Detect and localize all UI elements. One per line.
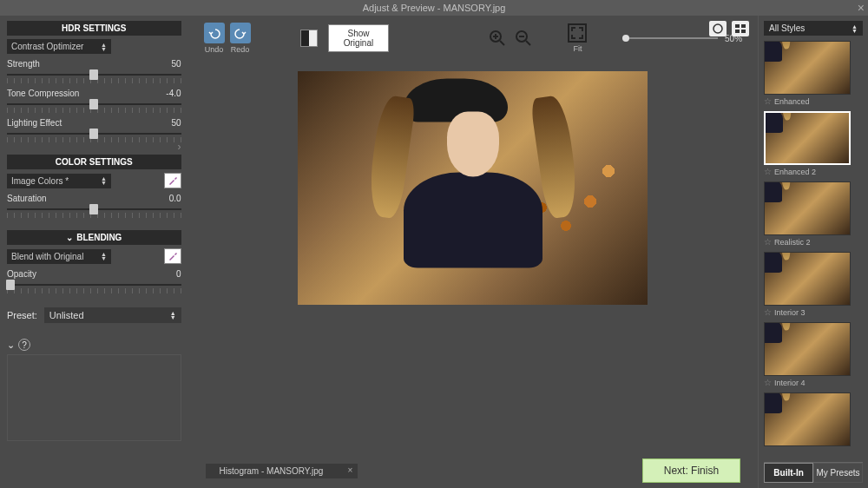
split-preview-toggle[interactable] xyxy=(300,30,318,47)
undo-button[interactable] xyxy=(204,23,225,43)
lighting-effect-slider[interactable]: Lighting Effect 50 xyxy=(7,118,181,142)
close-icon[interactable]: × xyxy=(347,465,352,475)
next-finish-button[interactable]: Next: Finish xyxy=(642,458,740,483)
settings-panel: HDR SETTINGS Contrast Optimizer ▲▼ Stren… xyxy=(0,16,188,488)
style-thumb[interactable]: ☆Interior 4 xyxy=(764,322,863,387)
star-icon[interactable]: ☆ xyxy=(764,96,772,106)
svg-rect-8 xyxy=(735,24,740,28)
hdr-section-header: HDR SETTINGS xyxy=(7,21,181,36)
styles-thumbnail-list[interactable]: ☆Enhanced☆Enhanced 2☆Realistic 2☆Interio… xyxy=(764,41,863,458)
preset-label: Preset: xyxy=(7,310,37,320)
chevron-right-icon[interactable]: › xyxy=(178,141,181,153)
svg-rect-10 xyxy=(735,30,740,33)
svg-line-5 xyxy=(526,41,530,45)
tone-compression-slider[interactable]: Tone Compression -4.0 xyxy=(7,89,181,113)
builtin-tab[interactable]: Built-In xyxy=(764,463,813,483)
styles-filter-dropdown[interactable]: All Styles ▲▼ xyxy=(764,21,863,36)
eyedropper-button[interactable] xyxy=(164,248,181,264)
zoom-out-button[interactable] xyxy=(514,29,533,48)
fit-button[interactable] xyxy=(568,23,587,43)
titlebar: Adjust & Preview - MANSORY.jpg × xyxy=(0,0,868,16)
chevron-updown-icon: ▲▼ xyxy=(101,252,107,260)
chevron-updown-icon: ▲▼ xyxy=(101,176,107,185)
eyedropper-button[interactable] xyxy=(164,173,181,188)
star-icon[interactable]: ☆ xyxy=(764,167,772,176)
star-icon[interactable]: ☆ xyxy=(764,378,772,387)
chevron-down-icon[interactable]: ⌄ xyxy=(7,340,15,351)
svg-point-7 xyxy=(713,24,722,33)
star-icon[interactable]: ☆ xyxy=(764,307,772,317)
svg-line-1 xyxy=(500,41,504,45)
preset-dropdown[interactable]: Unlisted ▲▼ xyxy=(44,307,181,323)
redo-button[interactable] xyxy=(230,23,251,43)
chevron-down-icon: ⌄ xyxy=(66,233,73,242)
mypresets-tab[interactable]: My Presets xyxy=(813,463,863,483)
chevron-updown-icon: ▲▼ xyxy=(852,24,858,33)
style-thumb[interactable]: ☆Enhanced 2 xyxy=(764,111,863,176)
single-view-icon[interactable] xyxy=(709,21,727,36)
toolbar: Undo Redo Show Original xyxy=(188,16,758,61)
blending-method-dropdown[interactable]: Blend with Original ▲▼ xyxy=(7,249,111,264)
help-text-box xyxy=(7,354,181,441)
histogram-tab[interactable]: Histogram - MANSORY.jpg × xyxy=(206,464,358,478)
show-original-button[interactable]: Show Original xyxy=(328,24,389,52)
star-icon[interactable]: ☆ xyxy=(764,237,772,247)
style-thumb[interactable]: ☆Interior 3 xyxy=(764,252,863,317)
color-section-header: COLOR SETTINGS xyxy=(7,155,181,169)
close-icon[interactable]: × xyxy=(858,1,865,15)
strength-slider[interactable]: Strength 50 xyxy=(7,59,181,83)
preview-image[interactable] xyxy=(298,71,648,305)
saturation-slider[interactable]: Saturation 0.0 xyxy=(7,194,181,218)
svg-rect-11 xyxy=(741,30,746,33)
window-title: Adjust & Preview - MANSORY.jpg xyxy=(363,3,506,13)
chevron-updown-icon: ▲▼ xyxy=(170,311,176,320)
blending-section-header[interactable]: ⌄BLENDING xyxy=(7,230,181,245)
color-method-dropdown[interactable]: Image Colors * ▲▼ xyxy=(7,174,111,188)
svg-rect-9 xyxy=(741,24,746,28)
help-icon[interactable]: ? xyxy=(18,339,30,351)
preview-panel: Undo Redo Show Original xyxy=(188,16,758,488)
chevron-updown-icon: ▲▼ xyxy=(101,43,107,51)
styles-panel: All Styles ▲▼ ☆Enhanced☆Enhanced 2☆Reali… xyxy=(758,16,868,488)
style-thumb[interactable] xyxy=(764,392,863,446)
style-thumb[interactable]: ☆Enhanced xyxy=(764,41,863,106)
zoom-in-button[interactable] xyxy=(488,29,507,48)
style-thumb[interactable]: ☆Realistic 2 xyxy=(764,181,863,247)
grid-view-icon[interactable] xyxy=(732,21,749,36)
opacity-slider[interactable]: Opacity 0 xyxy=(7,269,181,293)
hdr-method-dropdown[interactable]: Contrast Optimizer ▲▼ xyxy=(7,39,111,54)
